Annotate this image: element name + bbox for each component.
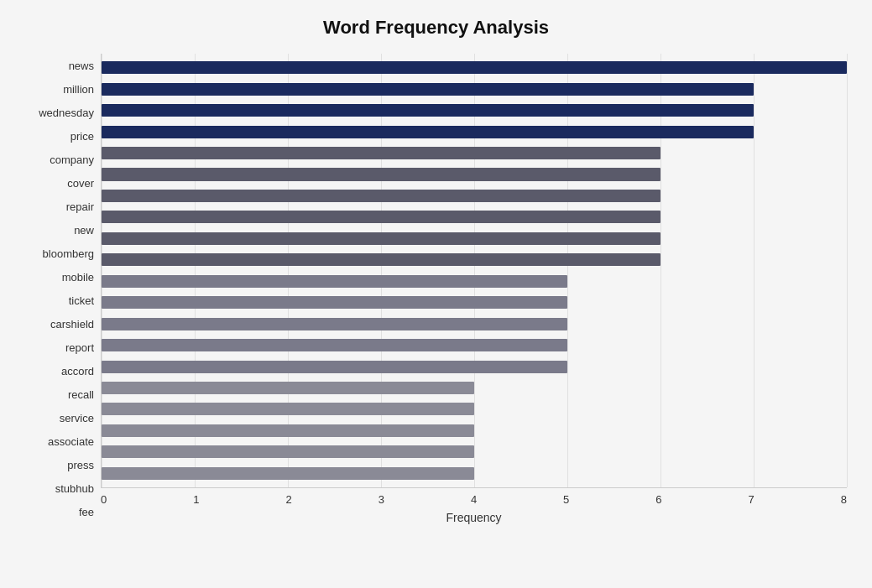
bar (102, 83, 754, 96)
bar-row (102, 249, 847, 270)
bar (102, 296, 567, 309)
x-tick: 3 (379, 493, 384, 506)
bar-row (102, 143, 847, 164)
y-label: carshield (50, 319, 94, 330)
y-label: stubhub (55, 483, 94, 494)
y-label: bloomberg (43, 248, 94, 259)
bar-row (102, 78, 847, 99)
y-label: company (50, 154, 94, 165)
y-label: price (70, 131, 94, 142)
y-axis: newsmillionwednesdaypricecompanycoverrep… (25, 54, 101, 524)
bar (102, 61, 847, 74)
bar-row (102, 185, 847, 206)
bar-row (102, 121, 847, 142)
bar-row (102, 271, 847, 292)
bar-row (102, 377, 847, 398)
y-label: cover (67, 178, 94, 189)
bar (102, 318, 567, 330)
bar (102, 104, 754, 117)
bar (102, 168, 661, 180)
bar (102, 467, 474, 480)
y-label: fee (79, 507, 94, 518)
x-tick: 8 (841, 493, 847, 506)
bar-row (102, 57, 847, 78)
y-label: new (74, 225, 94, 236)
chart-area: newsmillionwednesdaypricecompanycoverrep… (25, 54, 847, 524)
bar-row (102, 164, 847, 185)
bar-row (102, 313, 847, 334)
bar (102, 126, 754, 138)
bar-row (102, 356, 847, 377)
bar-row (102, 335, 847, 356)
x-tick: 6 (655, 493, 661, 506)
x-tick: 2 (285, 493, 291, 506)
y-label: ticket (69, 295, 94, 306)
bar-row (102, 292, 847, 313)
bar (102, 275, 567, 288)
bar (102, 382, 474, 394)
x-tick: 4 (471, 493, 477, 506)
x-tick: 1 (193, 493, 199, 506)
bar-row (102, 463, 847, 484)
y-label: news (69, 60, 94, 71)
y-label: accord (61, 366, 94, 377)
bar (102, 211, 661, 223)
bar (102, 361, 567, 373)
bar-row (102, 420, 847, 441)
y-label: recall (68, 389, 94, 400)
y-label: repair (66, 201, 94, 212)
y-label: press (67, 460, 94, 471)
x-tick: 5 (563, 493, 569, 506)
bar (102, 424, 474, 437)
chart-container: Word Frequency Analysis newsmillionwedne… (0, 0, 872, 588)
y-label: mobile (62, 272, 94, 283)
bar (102, 232, 661, 245)
bar-row (102, 206, 847, 227)
bar (102, 403, 474, 415)
x-axis: 012345678 (101, 488, 847, 506)
x-tick: 7 (749, 493, 755, 506)
bars-inner (102, 54, 847, 487)
x-axis-label: Frequency (101, 511, 847, 524)
y-label: million (63, 84, 94, 95)
bar (102, 190, 661, 202)
y-label: wednesday (39, 107, 94, 118)
bar-row (102, 228, 847, 249)
grid-line (847, 54, 848, 487)
y-label: associate (48, 436, 94, 447)
bar (102, 253, 661, 266)
x-tick: 0 (101, 493, 107, 506)
y-label: report (65, 342, 94, 353)
bars-and-xaxis: 012345678 Frequency (101, 54, 847, 524)
bar-row (102, 100, 847, 121)
bars-section (101, 54, 847, 488)
bar (102, 445, 474, 458)
chart-title: Word Frequency Analysis (25, 17, 847, 39)
bar-row (102, 441, 847, 462)
bar (102, 339, 567, 351)
y-label: service (60, 413, 94, 424)
bar (102, 147, 661, 159)
bar-row (102, 398, 847, 419)
